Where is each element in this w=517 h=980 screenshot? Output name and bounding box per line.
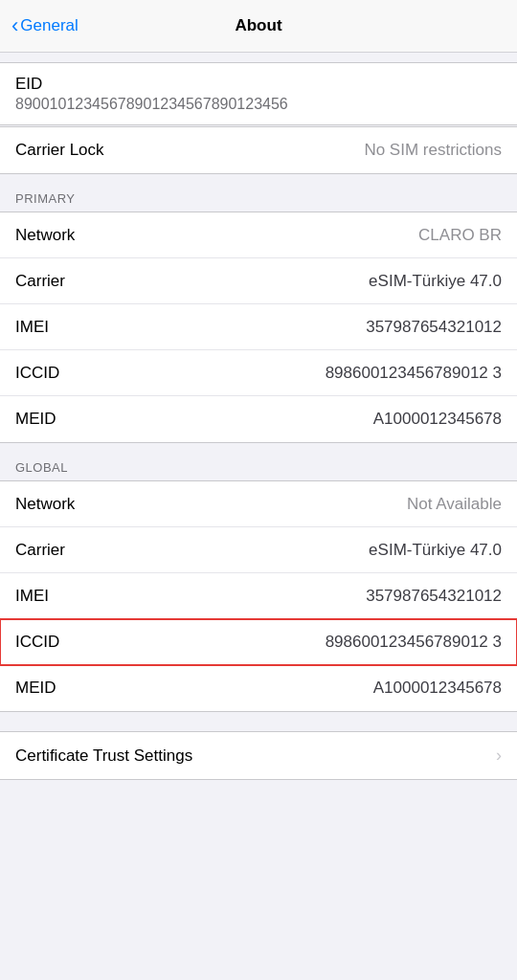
back-chevron-icon: ‹ xyxy=(11,15,18,36)
bottom-spacer xyxy=(0,780,517,818)
global-meid-value: A1000012345678 xyxy=(373,679,502,698)
global-meid-row: MEID A1000012345678 xyxy=(0,665,517,711)
primary-table: Network CLARO BR Carrier eSIM-Türkiye 47… xyxy=(0,212,517,443)
primary-network-row: Network CLARO BR xyxy=(0,212,517,258)
global-carrier-label: Carrier xyxy=(15,541,65,560)
global-imei-row: IMEI 357987654321012 xyxy=(0,573,517,619)
primary-carrier-value: eSIM-Türkiye 47.0 xyxy=(369,272,502,291)
primary-carrier-row: Carrier eSIM-Türkiye 47.0 xyxy=(0,258,517,304)
back-label: General xyxy=(20,16,78,35)
primary-iccid-value: 898600123456789012 3 xyxy=(326,364,502,383)
global-network-label: Network xyxy=(15,495,75,514)
global-iccid-value: 898600123456789012 3 xyxy=(326,633,502,652)
page-title: About xyxy=(235,16,281,35)
carrier-lock-section: Carrier Lock No SIM restrictions xyxy=(0,126,517,174)
eid-section: EID 89001012345678901234567890123456 xyxy=(0,62,517,125)
carrier-lock-row: Carrier Lock No SIM restrictions xyxy=(0,127,517,173)
global-network-row: Network Not Available xyxy=(0,481,517,527)
primary-imei-row: IMEI 357987654321012 xyxy=(0,304,517,350)
global-meid-label: MEID xyxy=(15,679,56,698)
primary-carrier-label: Carrier xyxy=(15,272,65,291)
global-imei-value: 357987654321012 xyxy=(366,587,502,606)
global-network-value: Not Available xyxy=(407,495,502,514)
content: EID 89001012345678901234567890123456 Car… xyxy=(0,53,517,818)
primary-iccid-row: ICCID 898600123456789012 3 xyxy=(0,350,517,396)
carrier-lock-value: No SIM restrictions xyxy=(364,141,502,160)
primary-network-label: Network xyxy=(15,226,75,245)
global-imei-label: IMEI xyxy=(15,587,49,606)
primary-meid-value: A1000012345678 xyxy=(373,410,502,429)
certificate-chevron-icon: › xyxy=(496,746,502,766)
primary-meid-row: MEID A1000012345678 xyxy=(0,396,517,442)
back-button[interactable]: ‹ General xyxy=(11,15,79,36)
primary-network-value: CLARO BR xyxy=(418,226,502,245)
global-iccid-row: ICCID 898600123456789012 3 xyxy=(0,619,517,665)
carrier-lock-label: Carrier Lock xyxy=(15,141,104,160)
global-carrier-value: eSIM-Türkiye 47.0 xyxy=(369,541,502,560)
primary-imei-value: 357987654321012 xyxy=(366,318,502,337)
primary-imei-label: IMEI xyxy=(15,318,49,337)
certificate-trust-row[interactable]: Certificate Trust Settings › xyxy=(0,731,517,780)
eid-label: EID xyxy=(15,75,502,94)
eid-value: 89001012345678901234567890123456 xyxy=(15,96,502,113)
primary-section-header: PRIMARY xyxy=(0,174,517,212)
certificate-trust-label: Certificate Trust Settings xyxy=(15,746,192,766)
global-section-header: GLOBAL xyxy=(0,443,517,480)
primary-meid-label: MEID xyxy=(15,410,56,429)
nav-bar: ‹ General About xyxy=(0,0,517,53)
global-table: Network Not Available Carrier eSIM-Türki… xyxy=(0,480,517,712)
global-carrier-row: Carrier eSIM-Türkiye 47.0 xyxy=(0,527,517,573)
primary-iccid-label: ICCID xyxy=(15,364,59,383)
global-iccid-label: ICCID xyxy=(15,633,59,652)
